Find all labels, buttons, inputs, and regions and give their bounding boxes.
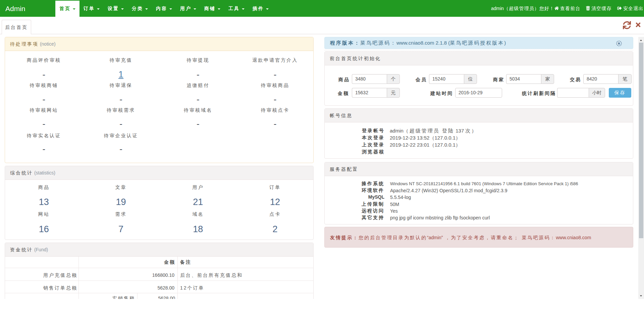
svg-text:R: R: [618, 42, 620, 45]
